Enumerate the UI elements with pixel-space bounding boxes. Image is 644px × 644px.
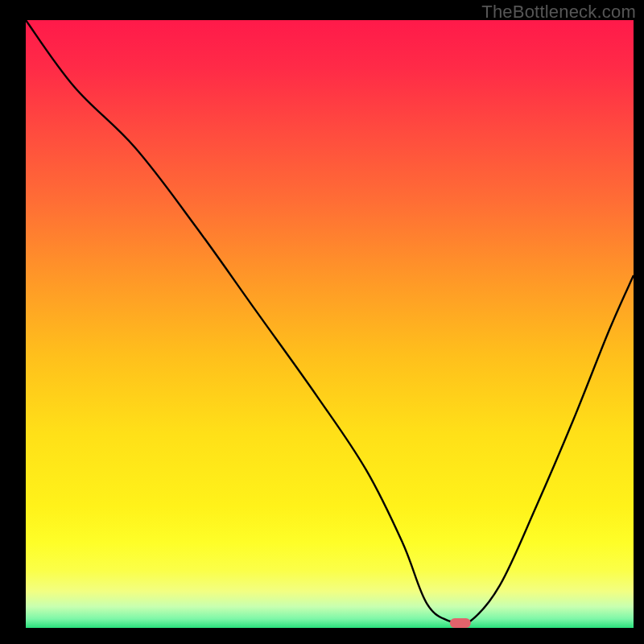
optimal-marker [450,618,471,628]
chart-frame: TheBottleneck.com [0,0,644,644]
plot-background [26,20,634,628]
watermark-text: TheBottleneck.com [481,2,636,23]
bottleneck-chart [0,0,644,644]
